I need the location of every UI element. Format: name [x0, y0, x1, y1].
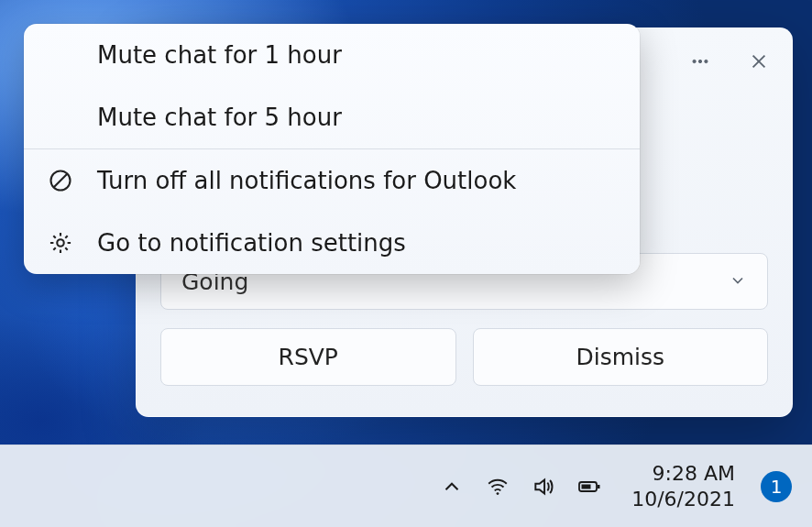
menu-turn-off-notifications[interactable]: Turn off all notifications for Outlook: [24, 149, 640, 212]
gear-icon: [46, 228, 75, 258]
menu-label: Mute chat for 5 hour: [97, 104, 342, 131]
more-options-button[interactable]: [687, 49, 713, 74]
system-tray: 9:28 AM 10/6/2021 1: [439, 461, 792, 511]
svg-point-0: [693, 60, 696, 62]
taskbar-clock[interactable]: 9:28 AM 10/6/2021: [631, 461, 735, 511]
svg-point-8: [497, 492, 499, 495]
dismiss-button[interactable]: Dismiss: [473, 328, 769, 386]
close-button[interactable]: [746, 49, 772, 74]
badge-count: 1: [771, 476, 783, 498]
clock-time: 9:28 AM: [631, 461, 735, 487]
chevron-up-icon: [440, 475, 464, 499]
svg-point-2: [705, 60, 708, 62]
ellipsis-icon: [690, 51, 710, 71]
notification-header: [687, 49, 772, 74]
wifi-icon: [486, 475, 510, 499]
prohibit-icon: [46, 166, 75, 195]
close-icon: [749, 51, 769, 71]
menu-mute-5-hour[interactable]: Mute chat for 5 hour: [24, 86, 640, 148]
menu-mute-1-hour[interactable]: Mute chat for 1 hour: [24, 24, 640, 86]
svg-point-1: [698, 60, 701, 62]
tray-overflow-button[interactable]: [439, 474, 465, 500]
notification-actions: RSVP Dismiss: [160, 328, 768, 386]
taskbar: 9:28 AM 10/6/2021 1: [0, 445, 812, 527]
menu-icon-placeholder: [46, 103, 75, 132]
menu-label: Mute chat for 1 hour: [97, 41, 342, 69]
svg-rect-11: [582, 484, 591, 489]
notification-context-menu: Mute chat for 1 hour Mute chat for 5 hou…: [24, 24, 640, 274]
battery-icon: [577, 475, 601, 499]
wifi-button[interactable]: [485, 474, 510, 500]
menu-label: Go to notification settings: [97, 229, 406, 257]
rsvp-button-label: RSVP: [279, 344, 338, 370]
clock-date: 10/6/2021: [631, 487, 735, 512]
menu-icon-placeholder: [46, 40, 75, 70]
rsvp-button[interactable]: RSVP: [160, 328, 456, 386]
svg-line-6: [54, 174, 67, 187]
notification-count-badge[interactable]: 1: [761, 471, 792, 502]
chevron-down-icon: [729, 269, 747, 295]
battery-button[interactable]: [576, 474, 602, 500]
svg-rect-10: [598, 485, 600, 489]
volume-button[interactable]: [531, 474, 556, 500]
menu-notification-settings[interactable]: Go to notification settings: [24, 212, 640, 274]
dismiss-button-label: Dismiss: [576, 344, 664, 370]
speaker-icon: [532, 475, 555, 499]
svg-point-7: [57, 239, 63, 246]
menu-label: Turn off all notifications for Outlook: [97, 167, 516, 194]
